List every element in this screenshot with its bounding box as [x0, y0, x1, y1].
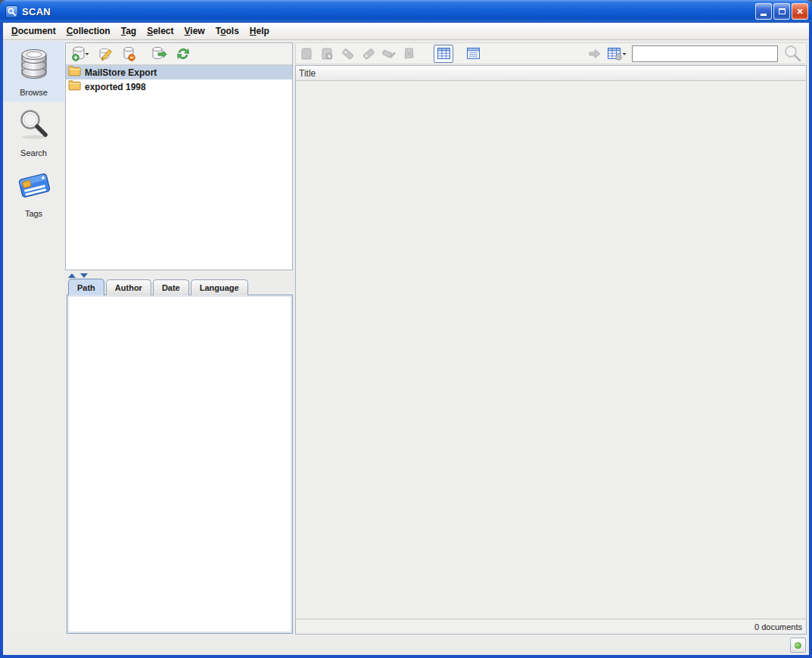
- tab-language[interactable]: Language: [191, 279, 248, 295]
- window-title: SCAN: [22, 6, 51, 17]
- sidebar-label: Browse: [3, 88, 64, 97]
- title-bar[interactable]: SCAN ✕: [0, 0, 812, 23]
- edit-collection-button[interactable]: [98, 46, 113, 61]
- facet-tab-content: [67, 295, 293, 634]
- sidebar-item-search[interactable]: Search: [3, 101, 64, 162]
- sidebar-label: Tags: [3, 209, 64, 218]
- tree-item-label: exported 1998: [85, 82, 146, 92]
- minimize-button[interactable]: [755, 3, 772, 20]
- collection-panel: MailStore Export exported 1998: [65, 42, 293, 270]
- close-button[interactable]: ✕: [792, 3, 808, 20]
- go-search-button[interactable]: [588, 48, 602, 60]
- menu-document[interactable]: Document: [6, 24, 61, 38]
- tab-author[interactable]: Author: [106, 279, 151, 295]
- minimize-icon: [761, 14, 767, 16]
- card-icon: [17, 192, 51, 205]
- close-icon: ✕: [796, 7, 803, 17]
- magnifier-icon: [17, 132, 51, 145]
- tag-remove-button[interactable]: [362, 47, 375, 61]
- refresh-button[interactable]: [176, 46, 191, 61]
- document-count-bar: 0 documents: [296, 619, 806, 634]
- tag-button[interactable]: [341, 47, 355, 61]
- facet-tabs: Path Author Date Language: [68, 279, 293, 295]
- document-toolbar: [295, 42, 807, 64]
- list-view-icon: [467, 48, 480, 59]
- maximize-icon: [779, 8, 786, 14]
- status-bar: [3, 635, 809, 655]
- export-document-button[interactable]: [321, 47, 334, 61]
- document-count: 0 documents: [754, 622, 802, 631]
- tag-edit-button[interactable]: [382, 47, 396, 61]
- tab-path[interactable]: Path: [68, 279, 104, 295]
- maximize-button[interactable]: [773, 3, 790, 20]
- document-list[interactable]: [296, 81, 806, 619]
- sidebar: Browse Search: [3, 41, 64, 635]
- tree-item-label: MailStore Export: [85, 67, 157, 78]
- delete-document-button[interactable]: [403, 47, 416, 61]
- client-area: Document Collection Tag Select View Tool…: [3, 23, 809, 655]
- collapse-up-icon[interactable]: [68, 273, 76, 278]
- menu-select[interactable]: Select: [142, 24, 179, 38]
- search-submit-button[interactable]: [783, 45, 801, 63]
- tree-item-exported-1998[interactable]: exported 1998: [66, 80, 292, 94]
- collection-tree: MailStore Export exported 1998: [66, 65, 292, 270]
- document-button[interactable]: [300, 47, 314, 61]
- tree-item-mailstore-export[interactable]: MailStore Export: [66, 65, 292, 80]
- sidebar-label: Search: [3, 148, 64, 157]
- folder-icon: [68, 66, 81, 79]
- memory-status-button[interactable]: [790, 638, 806, 653]
- status-green-dot-icon: [795, 642, 801, 649]
- menu-view[interactable]: View: [179, 24, 210, 38]
- menu-help[interactable]: Help: [244, 24, 275, 38]
- sidebar-item-browse[interactable]: Browse: [3, 41, 64, 101]
- database-icon: [17, 71, 51, 84]
- list-view-button[interactable]: [463, 45, 483, 63]
- remove-collection-button[interactable]: [121, 46, 136, 61]
- app-logo-icon: [5, 5, 18, 18]
- collection-toolbar: [66, 43, 292, 65]
- app-window: SCAN ✕ Document Collection Tag Select Vi…: [0, 0, 812, 658]
- sync-collection-button[interactable]: [151, 46, 167, 61]
- collapse-down-icon[interactable]: [80, 273, 88, 278]
- menu-collection[interactable]: Collection: [61, 24, 116, 38]
- search-input[interactable]: [632, 45, 778, 62]
- table-view-icon: [437, 48, 450, 59]
- column-header-title[interactable]: Title: [296, 66, 806, 81]
- menu-tag[interactable]: Tag: [116, 24, 142, 38]
- menu-tools[interactable]: Tools: [210, 24, 244, 38]
- column-settings-button[interactable]: [607, 47, 627, 61]
- table-view-button[interactable]: [434, 45, 453, 63]
- folder-icon: [68, 80, 81, 93]
- add-collection-button[interactable]: [71, 46, 89, 61]
- menu-bar: Document Collection Tag Select View Tool…: [3, 23, 809, 40]
- sidebar-item-tags[interactable]: Tags: [3, 162, 64, 223]
- tab-date[interactable]: Date: [153, 279, 189, 295]
- document-panel: Title 0 documents: [295, 65, 807, 635]
